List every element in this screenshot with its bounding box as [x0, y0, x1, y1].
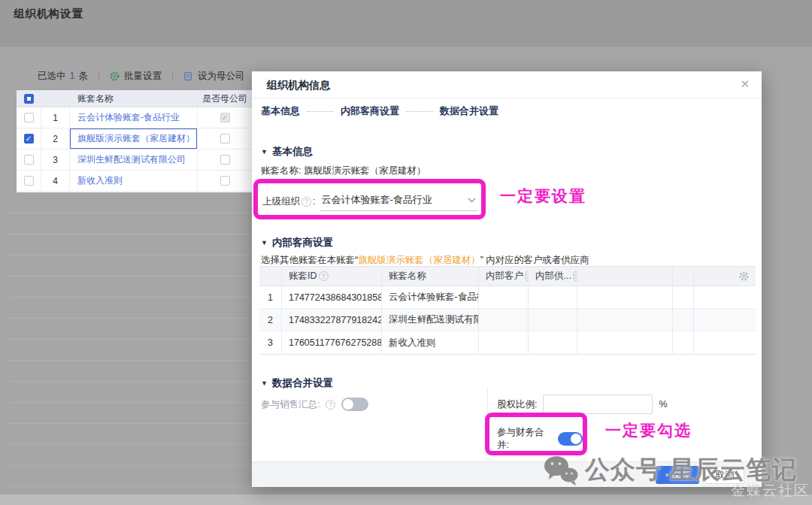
sales-summary-label: 参与销售汇总: [261, 398, 320, 411]
account-name: 云会计体验账套-食品行业 [382, 286, 479, 308]
finance-merge-label: 参与财务合并: [497, 426, 552, 452]
partners-row[interactable]: 2 1748332278779182428 深圳生鲜配送测试有限公司 [259, 309, 756, 331]
blank-cell [673, 331, 694, 354]
collapse-arrow-icon: ▼ [261, 148, 268, 156]
account-name-line: 账套名称: 旗舰版演示账套（家居建材） [261, 165, 426, 177]
step-connector [406, 111, 433, 112]
blank-cell [577, 286, 673, 308]
help-icon[interactable]: ? [319, 271, 329, 281]
step-data-merge[interactable]: 数据合并设置 [440, 104, 498, 118]
table-row[interactable]: 3 深圳生鲜配送测试有限公司 [17, 150, 252, 171]
section-data-merge[interactable]: ▼ 数据合并设置 [261, 376, 333, 390]
row-seq: 3 [41, 150, 70, 170]
account-id: 1760511776762752888 [282, 331, 382, 354]
column-settings-cell [694, 267, 756, 286]
step-basic-info[interactable]: 基本信息 [261, 104, 300, 118]
row-seq: 4 [41, 171, 70, 191]
select-all-checkbox[interactable] [24, 94, 34, 104]
partners-header-row: 账套ID? 账套名称 内部客户? 内部供...? [259, 267, 756, 286]
section-title: 数据合并设置 [272, 376, 333, 390]
account-link[interactable]: 深圳生鲜配送测试有限公司 [77, 153, 186, 166]
page-header-band [0, 0, 812, 47]
finance-merge-row: 参与财务合并: [497, 426, 583, 452]
account-name-label: 账套名称: [261, 165, 301, 176]
internal-customer-cell[interactable] [479, 286, 529, 308]
row-seq: 1 [41, 107, 70, 128]
list-toolbar: 已选中1条 批量设置 设为母公司 [38, 68, 244, 83]
internal-customer-cell[interactable] [479, 331, 529, 354]
blank-cell [694, 286, 756, 308]
save-button-dot-icon [665, 473, 668, 476]
toggle-knob [571, 434, 581, 444]
section-title: 内部客商设置 [272, 236, 333, 249]
blank-cell [577, 309, 673, 331]
org-info-dialog: 组织机构信息 ✕ 基本信息 内部客商设置 数据合并设置 ▼ 基本信息 账套名称:… [252, 71, 762, 487]
seq-header [259, 267, 282, 286]
equity-ratio-label: 股权比例: [497, 398, 537, 411]
desc-suffix: ” 内对应的客户或者供应商 [480, 255, 589, 265]
empty-table-rows [9, 192, 252, 493]
name-column-header: 账套名称 [70, 90, 198, 107]
row-seq: 3 [259, 331, 282, 354]
finance-merge-toggle[interactable] [558, 432, 583, 446]
section-basic-info[interactable]: ▼ 基本信息 [261, 145, 313, 159]
batch-set-label: 批量设置 [124, 70, 162, 83]
save-button[interactable]: 保存 [656, 466, 699, 484]
partners-row[interactable]: 3 1760511776762752888 新收入准则 [259, 331, 756, 354]
row-checkbox[interactable] [24, 113, 34, 122]
annotation-must-check: 一定要勾选 [605, 420, 692, 441]
blank-column-header [577, 267, 673, 286]
row-checkbox[interactable]: ✓ [24, 134, 34, 144]
is-parent-checkbox: ✓ [220, 113, 230, 122]
document-icon [183, 71, 193, 81]
toolbar-divider [98, 71, 99, 81]
desc-prefix: 选择其他账套在本账套“ [261, 255, 358, 265]
cancel-button-label: 取消 [716, 469, 735, 482]
id-header-label: 账套ID [289, 270, 317, 283]
blank-column-header [673, 267, 694, 286]
set-parent-label: 设为母公司 [198, 70, 245, 83]
is-parent-checkbox[interactable] [220, 134, 230, 144]
save-button-label: 保存 [671, 469, 690, 482]
account-link[interactable]: 旗舰版演示账套（家居建材） [77, 132, 195, 145]
is-parent-checkbox[interactable] [220, 155, 230, 165]
selected-count: 1 [70, 71, 75, 81]
gear-icon [110, 71, 120, 81]
column-settings-gear-icon[interactable] [738, 271, 750, 282]
is-parent-checkbox[interactable] [220, 176, 230, 186]
desc-highlight: 旗舰版演示账套（家居建材） [358, 255, 480, 265]
toolbar-divider [172, 71, 173, 81]
equity-ratio-input[interactable] [543, 395, 653, 414]
internal-customer-cell[interactable] [479, 309, 529, 331]
account-link[interactable]: 云会计体验账套-食品行业 [77, 111, 180, 124]
blank-cell [673, 309, 694, 331]
supplier-column-header: 内部供...? [529, 267, 577, 286]
account-id: 1747724386843018584 [282, 286, 382, 308]
internal-supplier-cell[interactable] [529, 286, 577, 308]
table-row-selected[interactable]: ✓ 2 旗舰版演示账套（家居建材） [17, 129, 252, 150]
internal-supplier-cell[interactable] [529, 331, 577, 354]
selected-label: 已选中 [38, 71, 66, 81]
partners-table: 账套ID? 账套名称 内部客户? 内部供...? 1 1747724386843… [259, 266, 756, 355]
close-icon[interactable]: ✕ [740, 77, 750, 91]
table-row[interactable]: 1 云会计体验账套-食品行业 ✓ [17, 107, 252, 129]
sales-summary-toggle[interactable] [341, 398, 368, 411]
account-link[interactable]: 新收入准则 [77, 174, 123, 187]
internal-supplier-cell[interactable] [529, 309, 577, 331]
set-parent-button[interactable]: 设为母公司 [183, 70, 245, 83]
row-checkbox[interactable] [24, 176, 34, 186]
sales-summary-row: 参与销售汇总: ? [261, 398, 368, 411]
section-internal-partners[interactable]: ▼ 内部客商设置 [261, 236, 333, 249]
table-row[interactable]: 4 新收入准则 [17, 171, 252, 192]
cancel-button[interactable]: 取消 [705, 466, 744, 484]
dialog-footer: 保存 取消 [252, 461, 762, 487]
partners-description: 选择其他账套在本账套“旗舰版演示账套（家居建材）” 内对应的客户或者供应商 [261, 254, 589, 267]
step-internal-partners[interactable]: 内部客商设置 [341, 104, 399, 118]
batch-set-button[interactable]: 批量设置 [110, 70, 162, 83]
step-connector [307, 111, 334, 112]
row-checkbox[interactable] [24, 155, 34, 165]
selected-count-text: 已选中1条 [38, 70, 88, 83]
help-icon[interactable]: ? [326, 400, 335, 410]
partners-row[interactable]: 1 1747724386843018584 云会计体验账套-食品行业 [259, 286, 756, 309]
seq-header [41, 90, 70, 107]
